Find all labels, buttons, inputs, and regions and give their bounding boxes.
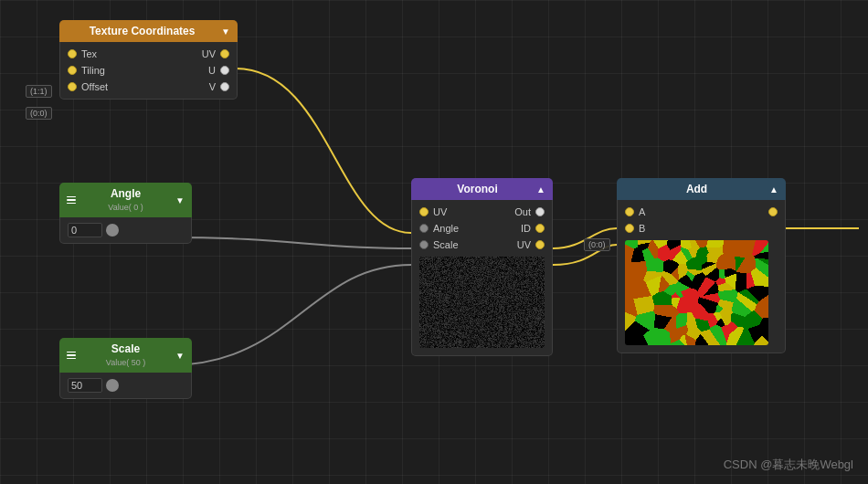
tiling-label: Tiling: [81, 65, 105, 76]
texcoord-row-offset: Offset V: [60, 79, 237, 95]
texcoord-row-tiling: Tiling U: [60, 62, 237, 79]
add-b-label: B: [639, 223, 645, 234]
voronoi-scale-in-label: Scale: [433, 239, 459, 250]
scale-body: [59, 373, 192, 399]
voronoi-id-label: ID: [521, 223, 531, 234]
voronoi-uv-out-label: UV: [517, 239, 531, 250]
scale-chevron[interactable]: ▼: [175, 351, 185, 361]
offset-left-pin[interactable]: [68, 82, 77, 91]
uv-label: UV: [202, 48, 216, 59]
add-a-in-pin[interactable]: [625, 207, 634, 216]
voronoi-triangle[interactable]: ▲: [536, 184, 545, 195]
scale-subtitle: Value( 50 ): [106, 358, 145, 367]
voronoi-row-uv: UV Out: [412, 204, 552, 220]
voronoi-angle-in-label: Angle: [433, 223, 459, 234]
texcoord-row-tex: Tex UV: [60, 46, 237, 62]
tiling-badge: (1:1): [26, 85, 52, 98]
add-row-a: A: [618, 204, 785, 220]
uv-right-pin[interactable]: [220, 49, 229, 58]
add-b-in-pin[interactable]: [625, 224, 634, 233]
add-a-label: A: [639, 206, 645, 217]
texcoord-title: Texture Coordinates: [67, 25, 217, 37]
offset-label: Offset: [81, 81, 108, 92]
voronoi-uv-out-pin[interactable]: [535, 240, 545, 249]
offset-badge: (0:0): [26, 107, 52, 120]
u-label: U: [208, 65, 216, 76]
voronoi-scale-in-pin[interactable]: [419, 240, 429, 249]
angle-slider[interactable]: [106, 224, 119, 237]
angle-chevron[interactable]: ▼: [175, 195, 185, 205]
angle-header[interactable]: Angle Value( 0 ) ▼: [59, 183, 192, 217]
voronoi-out-label: Out: [514, 206, 531, 217]
voronoi-title: Voronoi: [418, 183, 536, 195]
angle-body: [59, 217, 192, 244]
voronoi-preview: [419, 257, 545, 348]
v-right-pin[interactable]: [220, 82, 229, 91]
add-body: A B: [617, 200, 786, 353]
texcoord-header[interactable]: Texture Coordinates ▼: [59, 20, 238, 42]
scale-header[interactable]: Scale Value( 50 ) ▼: [59, 338, 192, 373]
tex-left-pin[interactable]: [68, 49, 77, 58]
add-title: Add: [624, 183, 769, 195]
voronoi-id-pin[interactable]: [535, 224, 545, 233]
angle-subtitle: Value( 0 ): [108, 203, 143, 212]
voronoi-row-scale: Scale UV: [412, 237, 552, 253]
scale-menu-icon[interactable]: [67, 352, 76, 360]
texcoord-body: Tex UV Tiling U Offset V: [59, 42, 238, 100]
texcoord-node: Texture Coordinates ▼ Tex UV Tiling U: [59, 20, 238, 100]
voronoi-angle-in-pin[interactable]: [419, 224, 429, 233]
angle-node: Angle Value( 0 ) ▼: [59, 183, 192, 244]
angle-input-row: [60, 221, 191, 239]
voronoi-row-angle: Angle ID: [412, 220, 552, 237]
add-header[interactable]: Add ▲: [617, 178, 786, 200]
voronoi-uv-in-label: UV: [433, 206, 447, 217]
u-right-pin[interactable]: [220, 66, 229, 75]
voronoi-body: UV Out Angle ID Scale UV: [411, 200, 553, 356]
add-triangle[interactable]: ▲: [769, 184, 778, 195]
voronoi-out-pin[interactable]: [535, 207, 545, 216]
scale-input-row: [60, 376, 191, 395]
add-row-b: B: [618, 220, 785, 237]
texcoord-chevron[interactable]: ▼: [221, 26, 230, 37]
add-out-pin[interactable]: [768, 207, 778, 216]
voronoi-header[interactable]: Voronoi ▲: [411, 178, 553, 200]
scale-input[interactable]: [68, 378, 102, 393]
tex-label: Tex: [81, 48, 97, 59]
scale-title: Scale Value( 50 ): [79, 342, 172, 368]
angle-title: Angle Value( 0 ): [79, 187, 172, 213]
add-preview: [625, 240, 768, 345]
watermark: CSDN @暮志未晚Webgl: [724, 457, 853, 473]
v-label: V: [209, 81, 216, 92]
scale-node: Scale Value( 50 ) ▼: [59, 338, 192, 399]
tiling-left-pin[interactable]: [68, 66, 77, 75]
angle-input[interactable]: [68, 223, 102, 237]
scale-slider[interactable]: [106, 379, 119, 392]
add-badge: (0:0): [584, 238, 610, 251]
voronoi-uv-in-pin[interactable]: [419, 207, 429, 216]
voronoi-node: Voronoi ▲ UV Out Angle ID: [411, 178, 553, 356]
add-node: Add ▲ A B: [617, 178, 786, 353]
angle-menu-icon[interactable]: [67, 196, 76, 205]
